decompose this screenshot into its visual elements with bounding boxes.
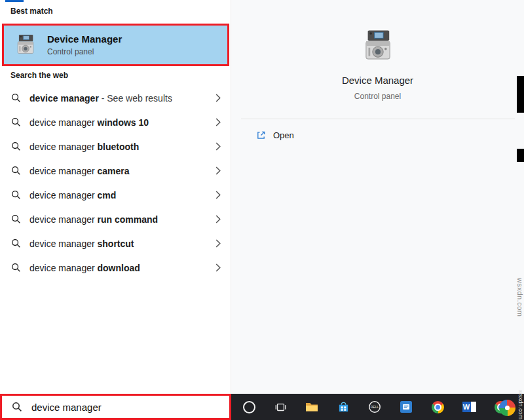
open-external-icon [256, 130, 266, 140]
colorful-core-dot [505, 406, 510, 410]
suggestion-text: device manager bluetooth [29, 142, 139, 152]
chrome-icon [432, 401, 444, 413]
suggestion-text: device manager download [29, 263, 140, 273]
suggestion-text: device manager run command [29, 214, 158, 225]
folder-icon [305, 402, 318, 412]
blue-app-button[interactable] [390, 394, 422, 420]
search-icon [11, 190, 21, 200]
suggestion-bluetooth[interactable]: device manager bluetooth [0, 134, 231, 159]
word-icon: W [462, 401, 476, 413]
web-suggestions-list: device manager - See web results device … [0, 86, 231, 280]
best-match-title: Device Manager [47, 33, 122, 45]
chevron-right-icon[interactable] [213, 212, 223, 226]
tab-accent-bar [5, 0, 24, 2]
search-the-web-heading: Search the web [10, 71, 68, 80]
search-icon [11, 93, 21, 103]
scrollbar-artifact-bottom [517, 149, 524, 162]
search-icon [12, 402, 22, 412]
chevron-right-icon[interactable] [213, 237, 223, 250]
open-button[interactable]: Open [256, 130, 294, 140]
cortana-circle-icon [243, 401, 255, 413]
suggestion-see-web-results[interactable]: device manager - See web results [0, 86, 231, 110]
chevron-right-icon[interactable] [213, 91, 223, 105]
suggestion-text: device manager shortcut [29, 239, 134, 249]
chevron-right-icon[interactable] [213, 188, 223, 202]
chrome-core-dot [434, 404, 441, 411]
cortana-button[interactable] [233, 394, 265, 420]
best-match-heading: Best match [10, 7, 53, 16]
scrollbar-artifact-top [517, 76, 524, 113]
suggestion-shortcut[interactable]: device manager shortcut [0, 231, 231, 256]
best-match-result-device-manager[interactable]: Device Manager Control panel [2, 24, 229, 66]
suggestion-text: device manager - See web results [29, 93, 172, 104]
chevron-right-icon[interactable] [213, 164, 223, 178]
taskbar-icons: DELL W [233, 394, 516, 420]
open-label: Open [273, 130, 294, 140]
word-letter: W [462, 402, 471, 412]
search-input[interactable] [30, 401, 203, 413]
suggestion-camera[interactable]: device manager camera [0, 159, 231, 183]
suggestion-text: device manager windows 10 [29, 117, 149, 128]
preview-title: Device Manager [342, 75, 413, 86]
preview-subtitle: Control panel [354, 92, 401, 101]
suggestion-run-command[interactable]: device manager run command [0, 207, 231, 231]
search-icon [11, 117, 21, 127]
taskbar-search-box[interactable] [0, 394, 231, 420]
task-view-button[interactable] [265, 394, 296, 420]
app-icon-colorful[interactable] [499, 400, 515, 416]
word-button[interactable]: W [453, 394, 485, 420]
preview-divider [241, 119, 515, 119]
dell-label: DELL [371, 405, 379, 409]
suggestion-windows-10[interactable]: device manager windows 10 [0, 110, 231, 134]
preview-pane: Device Manager Control panel Open [231, 0, 524, 394]
search-icon [11, 214, 21, 224]
suggestion-text: device manager camera [29, 166, 130, 176]
suggestion-text: device manager cmd [29, 190, 116, 200]
store-bag-icon [337, 401, 350, 413]
watermark-text-corner: wsxdn.com [517, 390, 524, 419]
file-explorer-button[interactable] [296, 394, 328, 420]
best-match-subtitle: Control panel [47, 47, 122, 56]
device-manager-icon [13, 33, 38, 58]
suggestion-cmd[interactable]: device manager cmd [0, 183, 231, 207]
device-manager-icon-large [359, 28, 397, 66]
watermark-text: wsxdn.com [516, 278, 524, 317]
chrome-button[interactable] [422, 394, 453, 420]
dell-logo-icon: DELL [368, 400, 381, 413]
chevron-right-icon[interactable] [213, 261, 223, 275]
dell-app-button[interactable]: DELL [359, 394, 390, 420]
blue-window-app-icon [400, 400, 413, 413]
search-icon [11, 263, 21, 273]
search-icon [11, 142, 21, 151]
task-view-icon [274, 402, 287, 412]
chevron-right-icon[interactable] [213, 140, 223, 153]
chevron-right-icon[interactable] [213, 115, 223, 129]
suggestion-download[interactable]: device manager download [0, 256, 231, 280]
search-icon [11, 166, 21, 176]
search-icon [11, 239, 21, 248]
search-results-panel: Best match Device Manager Control panel … [0, 0, 231, 394]
microsoft-store-button[interactable] [328, 394, 359, 420]
